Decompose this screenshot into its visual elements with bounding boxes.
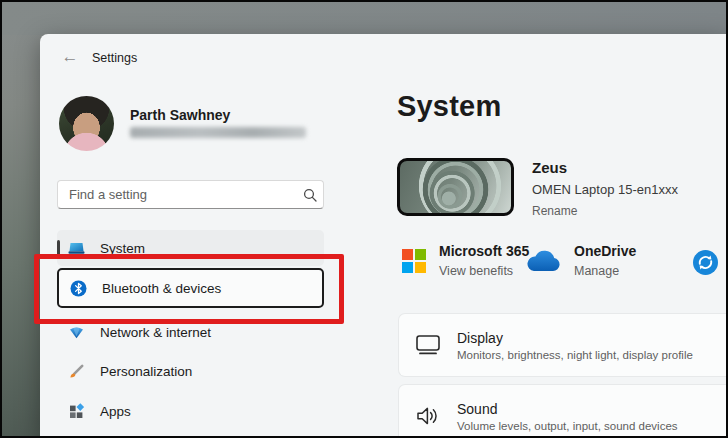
device-model: OMEN Laptop 15-en1xxx [532,182,678,197]
sound-card[interactable]: Sound Volume levels, output, input, soun… [398,384,728,438]
sync-icon[interactable] [692,249,719,276]
view-benefits-link[interactable]: View benefits [439,264,513,278]
microsoft-365-icon [402,249,426,273]
device-name: Zeus [532,159,567,176]
window-title: Settings [92,51,137,65]
sidebar-item-personalization[interactable]: Personalization [57,354,324,388]
card-subtitle: Monitors, brightness, night light, displ… [457,349,693,361]
search-box[interactable] [57,180,324,209]
card-subtitle: Volume levels, output, input, sound devi… [457,420,678,432]
annotation-highlight-box [34,254,344,324]
search-input[interactable] [58,187,297,202]
card-title: Display [457,330,693,346]
profile-email-redacted [130,127,306,138]
sound-speaker-icon [413,404,443,428]
sidebar-item-apps[interactable]: Apps [57,394,324,428]
screenshot-frame: ← Settings Parth Sawhney System B [0,0,728,438]
settings-window: ← Settings Parth Sawhney System B [40,34,728,438]
rename-link[interactable]: Rename [532,204,577,218]
onedrive-label: OneDrive [574,243,636,259]
device-thumbnail [397,158,514,216]
sidebar-item-label: Personalization [100,364,192,379]
manage-link[interactable]: Manage [574,264,619,278]
sidebar-item-label: Apps [100,404,131,419]
paintbrush-icon [68,363,85,380]
onedrive-cloud-icon [523,249,563,280]
avatar[interactable] [59,96,114,151]
sidebar-item-label: Network & internet [100,325,211,340]
card-title: Sound [457,401,678,417]
page-title: System [397,90,501,123]
back-arrow-icon: ← [62,47,79,66]
display-monitor-icon [413,333,443,357]
profile-name: Parth Sawhney [130,107,230,123]
apps-icon [68,403,85,420]
display-card[interactable]: Display Monitors, brightness, night ligh… [398,313,728,377]
network-globe-icon [68,324,85,341]
desktop-background [2,2,726,35]
search-icon [297,188,323,202]
microsoft-365-label: Microsoft 365 [439,243,529,259]
back-button[interactable]: ← [60,47,80,67]
